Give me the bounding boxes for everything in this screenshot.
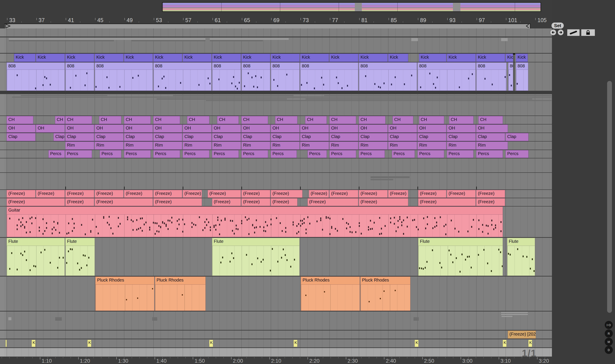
- clip-kick[interactable]: Kick: [212, 53, 241, 62]
- clip-midi-body[interactable]: [508, 70, 513, 91]
- lane-kick[interactable]: KickKickKickKickKickKickKickKickKickKick…: [0, 53, 552, 62]
- clip-808[interactable]: 808: [95, 62, 153, 91]
- clip--freeze-[interactable]: (Freeze): [153, 198, 202, 206]
- clip-pluck-rhodes[interactable]: Pluck Rhodes: [95, 276, 154, 311]
- lane-flute[interactable]: FluteFluteFluteFluteFlute: [0, 238, 552, 276]
- clip-clap[interactable]: Clap: [183, 133, 212, 141]
- clip-clap[interactable]: Clap: [271, 133, 300, 141]
- clip-oh[interactable]: OH: [271, 124, 300, 132]
- lane-instruments_lane[interactable]: [0, 158, 552, 172]
- clip-808[interactable]: 808: [516, 62, 528, 91]
- clip-ch[interactable]: CH: [153, 116, 180, 124]
- clip-rim[interactable]: Rim: [183, 142, 212, 150]
- lane-clap[interactable]: ClapClapClapClapClapClapClapClapClapClap…: [0, 133, 552, 141]
- clip--freeze-[interactable]: (Freeze): [36, 190, 65, 198]
- clip-midi-body[interactable]: [300, 70, 358, 91]
- lane-topdrums_lane[interactable]: [0, 94, 552, 116]
- clip-ch[interactable]: CH: [478, 116, 503, 124]
- clip-kick[interactable]: Kick: [300, 53, 329, 62]
- clip-clap[interactable]: Clap: [212, 133, 241, 141]
- clip-title-bar[interactable]: Pluck Rhodes: [360, 277, 410, 285]
- clip-midi-body[interactable]: [516, 70, 528, 91]
- lane-master_lane[interactable]: [0, 348, 552, 357]
- clip-ch[interactable]: CH: [124, 116, 151, 124]
- clip-clap[interactable]: Clap: [54, 133, 65, 141]
- clip-rim[interactable]: Rim: [447, 142, 476, 150]
- lane-guitarR[interactable]: (Freeze)(Freeze)(Freeze)(Freeze)(Freeze)…: [0, 190, 552, 198]
- clip--freeze-[interactable]: (Freeze): [418, 190, 446, 198]
- clip-midi-body[interactable]: [360, 285, 410, 311]
- clip-flute[interactable]: Flute: [212, 238, 300, 276]
- clip-title-bar[interactable]: 808: [7, 63, 65, 70]
- clip--freeze-[interactable]: (Freeze): [241, 190, 270, 198]
- clip-percs[interactable]: Percs: [476, 150, 503, 158]
- lane-pretrack[interactable]: [0, 28, 552, 37]
- clip-oh[interactable]: OH: [417, 124, 446, 132]
- clip--freeze-[interactable]: (Freeze): [329, 190, 358, 198]
- lane-percs[interactable]: PercsPercsPercsPercsPercsPercsPercsPercs…: [0, 150, 552, 158]
- clip-808[interactable]: 808: [300, 62, 358, 91]
- clip-oh[interactable]: OH: [476, 124, 508, 132]
- clip-kick[interactable]: Kick: [506, 53, 513, 62]
- clip--freeze-[interactable]: (Freeze): [95, 190, 123, 198]
- clip-rim[interactable]: Rim: [300, 142, 329, 150]
- clip-rim[interactable]: Rim: [65, 142, 94, 150]
- clip-oh[interactable]: OH: [300, 124, 329, 132]
- vertical-scrollbar[interactable]: [607, 81, 612, 313]
- clip-kick[interactable]: Kick: [329, 53, 358, 62]
- clip-ch[interactable]: CH: [99, 116, 121, 124]
- clip-oh[interactable]: OH: [36, 124, 65, 132]
- clip-midi-body[interactable]: [96, 285, 154, 311]
- clip-title-bar[interactable]: Flute: [7, 238, 65, 246]
- clip-flute[interactable]: Flute: [418, 238, 503, 276]
- clip-percs[interactable]: Percs: [392, 150, 415, 158]
- clip-oh[interactable]: OH: [212, 124, 241, 132]
- clip-clap[interactable]: Clap: [7, 133, 36, 141]
- clip-midi-body[interactable]: [7, 246, 65, 276]
- clip-midi-body[interactable]: [7, 215, 503, 237]
- clip-ch[interactable]: CH: [275, 116, 297, 124]
- clip-title-bar[interactable]: Pluck Rhodes: [96, 277, 154, 285]
- lane-sweep[interactable]: KKKKKKK: [0, 339, 552, 347]
- arrangement-area[interactable]: KickKickKickKickKickKickKickKickKickKick…: [0, 0, 552, 364]
- clip--freeze-[interactable]: (Freeze): [359, 190, 388, 198]
- clip-rim[interactable]: Rim: [271, 142, 300, 150]
- clip--freeze-[interactable]: (Freeze): [418, 198, 476, 206]
- clip-midi-body[interactable]: [242, 70, 270, 91]
- clip-title-bar[interactable]: Pluck Rhodes: [155, 277, 206, 285]
- clip-midi-body[interactable]: [359, 70, 417, 91]
- clip-oh[interactable]: OH: [241, 124, 270, 132]
- clip-title-bar[interactable]: 808: [271, 63, 299, 70]
- clip-percs[interactable]: Percs: [359, 150, 385, 158]
- clip--freeze-202[interactable]: (Freeze) [202: [508, 331, 536, 339]
- clip-ch[interactable]: CH: [187, 116, 209, 124]
- clip-percs[interactable]: Percs: [153, 150, 180, 158]
- clip-clap[interactable]: Clap: [329, 133, 358, 141]
- clip-rim[interactable]: Rim: [329, 142, 358, 150]
- lock-envelopes-button[interactable]: [581, 29, 595, 36]
- clip-ch[interactable]: CH: [393, 116, 413, 124]
- clip-percs[interactable]: Percs: [271, 150, 297, 158]
- clip-title-bar[interactable]: Flute: [66, 238, 95, 246]
- clip--freeze-[interactable]: (Freeze): [271, 198, 297, 206]
- clip-midi-body[interactable]: [507, 246, 535, 276]
- clip--freeze-[interactable]: (Freeze): [7, 198, 65, 206]
- clip-percs[interactable]: Percs: [48, 150, 65, 158]
- clip-kick[interactable]: Kick: [271, 53, 300, 62]
- clip-title-bar[interactable]: 808: [300, 63, 358, 70]
- clip-pluck-rhodes[interactable]: Pluck Rhodes: [155, 276, 206, 311]
- clip-rim[interactable]: Rim: [153, 142, 182, 150]
- clip-oh[interactable]: OH: [329, 124, 358, 132]
- clip-kick[interactable]: Kick: [516, 53, 528, 62]
- clip-midi-body[interactable]: [418, 246, 503, 276]
- clip-percs[interactable]: Percs: [65, 150, 92, 158]
- clip-title-bar[interactable]: 808: [66, 63, 94, 70]
- lane-fx_lane[interactable]: [0, 312, 552, 330]
- clip--freeze-[interactable]: (Freeze): [183, 190, 202, 198]
- clip--freeze-[interactable]: (Freeze): [65, 198, 94, 206]
- clip--freeze-[interactable]: (Freeze): [476, 190, 505, 198]
- clip-oh[interactable]: OH: [153, 124, 182, 132]
- clip-oh[interactable]: OH: [359, 124, 388, 132]
- clip-ch[interactable]: CH: [7, 116, 33, 124]
- clip-kick[interactable]: Kick: [36, 53, 65, 62]
